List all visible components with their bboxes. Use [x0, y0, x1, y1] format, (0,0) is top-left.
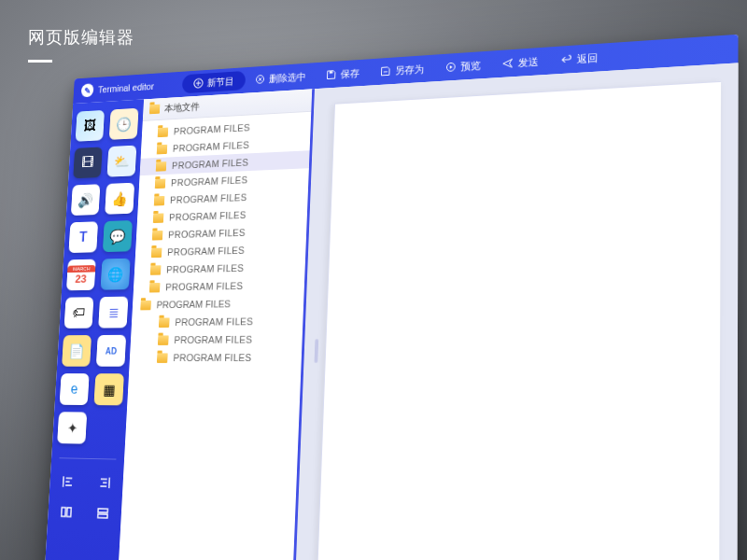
- back-button[interactable]: 返回: [550, 43, 610, 75]
- tree-item-label: PROGRAM FILES: [170, 192, 247, 205]
- save-button[interactable]: 保存: [316, 59, 371, 89]
- tree-item-label: PROGRAM FILES: [172, 157, 249, 171]
- tree-folder-item[interactable]: PROGRAM FILES: [132, 312, 303, 331]
- folder-icon: [158, 127, 169, 137]
- svg-rect-4: [62, 508, 66, 517]
- send-button[interactable]: 发送: [491, 47, 550, 77]
- folder-icon: [149, 283, 161, 293]
- tree-item-label: PROGRAM FILES: [174, 122, 250, 136]
- save-as-button[interactable]: 另存为: [370, 55, 435, 86]
- image-tile[interactable]: 🖼: [76, 110, 105, 142]
- file-tree-panel: 本地文件 PROGRAM FILESPROGRAM FILESPROGRAM F…: [117, 89, 315, 560]
- canvas-area: [294, 63, 738, 560]
- app-title: Terminal editor: [98, 81, 154, 95]
- video-tile[interactable]: 🎞: [73, 147, 102, 178]
- text-tile[interactable]: T: [68, 221, 98, 253]
- list-tile[interactable]: ≣: [98, 297, 128, 329]
- plus-circle-icon: [193, 77, 204, 89]
- weather-tile[interactable]: ⛅: [106, 146, 136, 177]
- calendar-tile[interactable]: MARCH23: [66, 259, 96, 291]
- return-icon: [561, 54, 572, 66]
- folder-icon: [155, 178, 166, 189]
- svg-rect-5: [67, 508, 72, 517]
- folder-icon: [149, 105, 160, 115]
- align-right-tool[interactable]: [92, 471, 116, 494]
- save-as-icon: [380, 65, 391, 77]
- save-icon: [326, 69, 336, 80]
- svg-rect-7: [98, 514, 108, 518]
- tag-tile[interactable]: 🏷: [64, 297, 94, 329]
- folder-icon: [152, 231, 163, 241]
- tree-item-label: PROGRAM FILES: [167, 245, 245, 257]
- audio-tile[interactable]: 🔊: [71, 184, 101, 216]
- tree-item-label: PROGRAM FILES: [168, 227, 246, 240]
- new-node-button[interactable]: 新节目: [182, 71, 246, 93]
- tree-item-label: PROGRAM FILES: [174, 334, 252, 345]
- apps-tile[interactable]: ▦: [93, 373, 123, 405]
- svg-rect-2: [330, 71, 332, 73]
- page-heading: 网页版编辑器: [28, 26, 134, 63]
- rail-divider: [59, 457, 116, 459]
- thumb-tile[interactable]: 👍: [105, 183, 134, 215]
- tree-folder-item[interactable]: PROGRAM FILES: [133, 294, 304, 315]
- folder-icon: [159, 317, 170, 328]
- tree-folder-item[interactable]: PROGRAM FILES: [129, 348, 302, 367]
- note-tile[interactable]: 📄: [62, 335, 92, 367]
- close-circle-icon: [255, 74, 265, 85]
- globe-tile[interactable]: 🌐: [101, 259, 131, 290]
- clock-tile[interactable]: 🕒: [109, 108, 139, 140]
- calendar-day-label: 23: [75, 272, 87, 285]
- folder-icon: [140, 300, 151, 309]
- layout-tool-b[interactable]: [91, 502, 114, 525]
- panel-resize-handle[interactable]: [315, 339, 319, 363]
- align-left-tool[interactable]: [56, 470, 79, 492]
- folder-icon: [157, 144, 168, 154]
- editor-window: ✎ Terminal editor 新节目 删除选中 保存 另存为: [44, 35, 739, 560]
- folder-icon: [153, 213, 164, 223]
- tree-folder-item[interactable]: PROGRAM FILES: [130, 330, 303, 349]
- browser-tile[interactable]: e: [60, 373, 90, 405]
- tree-item-label: PROGRAM FILES: [175, 316, 253, 328]
- folder-icon: [151, 247, 162, 258]
- tree-item-label: PROGRAM FILES: [165, 280, 243, 292]
- play-circle-icon: [445, 62, 457, 73]
- sparkle-tile[interactable]: ✦: [57, 412, 87, 443]
- editor-canvas[interactable]: [316, 81, 721, 560]
- tree-item-label: PROGRAM FILES: [169, 209, 247, 222]
- folder-icon: [157, 353, 168, 362]
- tree-item-label: PROGRAM FILES: [173, 352, 251, 363]
- tree-item-label: PROGRAM FILES: [171, 175, 248, 189]
- app-logo-icon: ✎: [81, 83, 94, 97]
- preview-button[interactable]: 预览: [434, 51, 492, 82]
- folder-icon: [150, 265, 162, 275]
- tree-item-label: PROGRAM FILES: [173, 139, 250, 153]
- folder-icon: [156, 161, 167, 172]
- ad-tile[interactable]: AD: [96, 335, 126, 367]
- chat-tile[interactable]: 💬: [103, 220, 133, 252]
- layout-tool-a[interactable]: [55, 501, 78, 524]
- send-icon: [502, 58, 514, 69]
- svg-rect-6: [98, 509, 107, 512]
- folder-icon: [154, 196, 165, 206]
- tree-item-label: PROGRAM FILES: [166, 262, 244, 274]
- tree-item-label: PROGRAM FILES: [156, 299, 231, 310]
- folder-icon: [158, 335, 169, 344]
